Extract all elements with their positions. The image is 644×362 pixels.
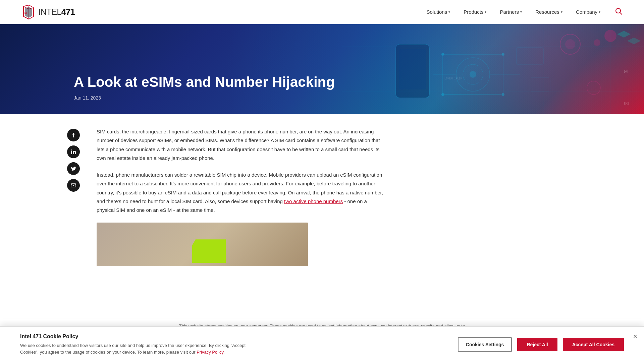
svg-rect-20: [517, 48, 543, 64]
svg-point-42: [71, 149, 72, 150]
cookie-policy-title: Intel 471 Cookie Policy: [20, 334, 255, 340]
cookies-settings-button[interactable]: Cookies Settings: [458, 337, 512, 352]
linkedin-share-button[interactable]: [67, 145, 80, 158]
reject-all-button[interactable]: Reject All: [517, 338, 557, 351]
article-body: SIM cards, the interchangeable, fingerna…: [97, 127, 385, 266]
nav-item-partners[interactable]: Partners ▾: [500, 9, 522, 15]
nav-item-products[interactable]: Products ▾: [464, 9, 486, 15]
article-paragraph-2: Instead, phone manufacturers can solder …: [97, 171, 385, 215]
svg-text:ON: ON: [624, 70, 628, 73]
hero-banner: LOREM IPLIM ON EXE A Look at eSIMs and N…: [0, 24, 644, 114]
cookie-policy-description: We use cookies to understand how visitor…: [20, 342, 255, 355]
nav-item-company[interactable]: Company ▾: [576, 9, 600, 15]
article-title: A Look at eSIMs and Number Hijacking: [74, 74, 335, 90]
svg-text:M: M: [24, 11, 27, 14]
twitter-icon: [71, 166, 76, 171]
svg-point-24: [587, 81, 600, 95]
chevron-down-icon: ▾: [561, 10, 562, 14]
cookie-banner-close-button[interactable]: ×: [633, 333, 637, 340]
svg-point-11: [470, 71, 476, 78]
svg-rect-41: [71, 151, 72, 154]
twitter-share-button[interactable]: [67, 162, 80, 175]
svg-text:LOREM IPLIM: LOREM IPLIM: [444, 77, 462, 80]
search-icon: [615, 8, 623, 15]
svg-rect-36: [399, 49, 426, 89]
svg-marker-39: [617, 31, 631, 38]
svg-text:EXE: EXE: [624, 102, 629, 105]
svg-point-38: [594, 39, 600, 46]
svg-point-37: [604, 30, 616, 42]
article-image: [97, 223, 308, 266]
search-button[interactable]: [614, 6, 624, 17]
nav-item-solutions[interactable]: Solutions ▾: [426, 9, 450, 15]
cookie-banner: Intel 471 Cookie Policy We use cookies t…: [0, 326, 644, 362]
main-nav: M INTEL471 Solutions ▾ Products ▾ Partne…: [0, 0, 644, 24]
hero-circuit-decoration: LOREM IPLIM ON EXE: [342, 24, 644, 114]
logo-icon: M: [20, 4, 37, 20]
content-area: SIM cards, the interchangeable, fingerna…: [0, 114, 644, 280]
linkedin-icon: [71, 149, 76, 155]
svg-point-19: [502, 93, 504, 96]
article-paragraph-1: SIM cards, the interchangeable, fingerna…: [97, 127, 385, 163]
logo-text: INTEL471: [38, 7, 75, 17]
sim-card-shape: [192, 239, 226, 263]
chevron-down-icon: ▾: [448, 10, 450, 14]
svg-point-18: [441, 93, 444, 96]
cookie-content-left: Intel 471 Cookie Policy We use cookies t…: [20, 334, 255, 355]
article-date: Jan 11, 2023: [74, 95, 335, 101]
svg-rect-43: [71, 184, 76, 187]
svg-line-7: [620, 13, 622, 15]
facebook-icon: [71, 132, 76, 138]
privacy-policy-link[interactable]: Privacy Policy: [197, 350, 223, 355]
svg-marker-40: [627, 38, 641, 44]
svg-point-23: [565, 39, 575, 49]
accept-all-cookies-button[interactable]: Accept All Cookies: [563, 338, 624, 351]
logo-link[interactable]: M INTEL471: [20, 4, 75, 20]
facebook-share-button[interactable]: [67, 129, 80, 141]
cookie-buttons: Cookies Settings Reject All Accept All C…: [458, 337, 624, 352]
chevron-down-icon: ▾: [485, 10, 486, 14]
nav-links: Solutions ▾ Products ▾ Partners ▾ Resour…: [426, 6, 624, 17]
hero-content: A Look at eSIMs and Number Hijacking Jan…: [74, 74, 335, 101]
chevron-down-icon: ▾: [599, 10, 600, 14]
social-sidebar: [67, 127, 80, 266]
svg-point-16: [441, 53, 444, 56]
svg-rect-21: [530, 78, 550, 91]
nav-item-resources[interactable]: Resources ▾: [535, 9, 562, 15]
chevron-down-icon: ▾: [520, 10, 522, 14]
email-share-button[interactable]: [67, 179, 80, 192]
two-active-numbers-link[interactable]: two active phone numbers: [284, 198, 343, 204]
email-icon: [71, 183, 76, 188]
svg-point-17: [502, 53, 504, 56]
